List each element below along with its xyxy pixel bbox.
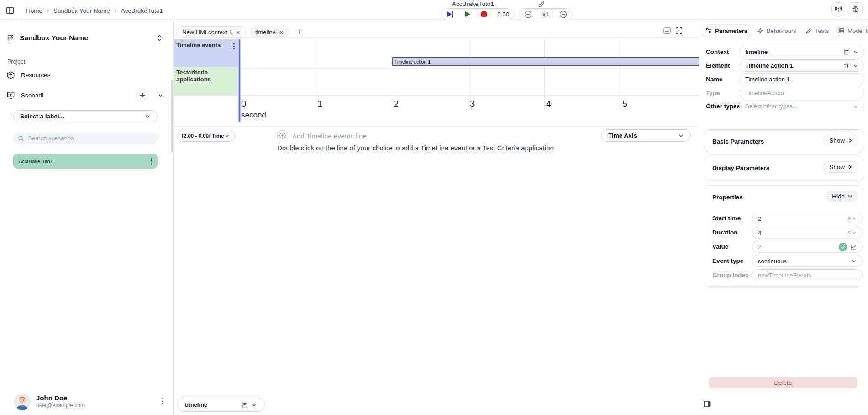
document-title: AccBrakeTuto1: [441, 0, 505, 7]
main-area: New HMI context 1 × timeline × +: [174, 21, 699, 415]
chevron-down-icon: [853, 49, 858, 55]
sidebar-item-scenarii[interactable]: Scenarii: [0, 89, 174, 101]
sidebar-toggle-icon[interactable]: [5, 5, 16, 16]
step-forward-button[interactable]: [442, 9, 459, 20]
workspace-switcher[interactable]: Sandbox Your Name: [0, 31, 174, 45]
playback-time: 0.00: [492, 9, 514, 20]
add-tab-button[interactable]: +: [294, 27, 305, 37]
property-label: Duration: [712, 229, 738, 236]
unit-selector[interactable]: s: [848, 215, 857, 222]
action-range-selector[interactable]: [2.00 - 6.00] Timeline actio...: [177, 130, 235, 142]
label-filter-select[interactable]: Select a label...: [13, 110, 158, 122]
timeline-events-row-header[interactable]: Timeline events: [174, 39, 239, 67]
name-input[interactable]: [745, 76, 858, 83]
time-axis-selector[interactable]: Time Axis: [601, 129, 691, 142]
search-input[interactable]: [28, 135, 142, 142]
tab-label: Model Instances: [847, 27, 868, 34]
avatar: [14, 393, 31, 410]
axis-tick: 3: [470, 99, 475, 109]
tab-parameters[interactable]: Parameters: [701, 24, 752, 37]
element-value: Timeline action 1: [745, 62, 793, 69]
broadcast-button[interactable]: [831, 2, 845, 16]
breadcrumb-workspace[interactable]: Sandbox Your Name: [53, 7, 110, 14]
other-types-select[interactable]: Select other types...: [739, 100, 864, 112]
sidebar-item-label: Resources: [21, 72, 51, 79]
stop-icon: [481, 11, 487, 17]
delete-button[interactable]: Delete: [709, 377, 857, 388]
duration-input[interactable]: [758, 229, 848, 236]
tab-timeline[interactable]: timeline ×: [250, 26, 289, 38]
speed-increase-button[interactable]: [554, 9, 572, 20]
tab-model-instances[interactable]: Model Instances: [834, 25, 868, 37]
focus-mode-icon[interactable]: [675, 27, 683, 35]
context-select[interactable]: timeline: [739, 46, 864, 58]
scenario-search[interactable]: [13, 133, 158, 144]
check-icon: [841, 245, 846, 250]
value-confirm-button[interactable]: [839, 243, 847, 251]
scenario-list-item[interactable]: AccBrakeTuto1: [13, 154, 158, 169]
debug-bug-button[interactable]: [849, 2, 863, 16]
testcriteria-row-header[interactable]: Testcriteria applications: [174, 67, 239, 95]
stop-button[interactable]: [476, 9, 492, 20]
element-select[interactable]: Timeline action 1: [739, 59, 864, 72]
tab-behaviours[interactable]: Behaviours: [753, 25, 800, 37]
hide-properties-button[interactable]: Hide: [826, 191, 858, 202]
context-value: timeline: [745, 48, 768, 55]
tab-new-hmi-context[interactable]: New HMI context 1 ×: [176, 26, 246, 38]
unfold-icon[interactable]: [156, 34, 163, 42]
add-scenario-button[interactable]: [136, 89, 149, 101]
speed-controls: x1: [519, 8, 573, 20]
tab-label: Tests: [815, 27, 829, 34]
timeline-context-selector[interactable]: timeline: [177, 398, 265, 412]
header-divider: [16, 0, 16, 21]
field-row-type: Type: [699, 87, 868, 100]
chevron-down-icon: [853, 104, 858, 109]
unit-selector[interactable]: s: [848, 229, 857, 236]
property-row-event-type: Event type continuous: [704, 255, 865, 267]
gridline: [468, 39, 468, 109]
value-curve-icon[interactable]: [850, 244, 857, 250]
sidebar-item-resources[interactable]: Resources: [0, 69, 174, 81]
layout-bottom-panel-icon[interactable]: [663, 27, 671, 35]
section-title: Display Parameters: [712, 165, 769, 171]
display-parameters-card: Display Parameters Show: [704, 156, 864, 181]
field-label: Element: [706, 62, 730, 69]
value-input[interactable]: [758, 244, 839, 250]
chevron-down-icon: [852, 230, 857, 235]
show-basic-parameters-button[interactable]: Show: [823, 135, 858, 146]
disconnected-icon[interactable]: [537, 0, 546, 8]
section-title: Properties: [712, 194, 743, 201]
user-account[interactable]: John Doe user@example.com: [0, 390, 174, 412]
kebab-menu-icon[interactable]: [162, 398, 163, 404]
field-label: Name: [706, 76, 723, 83]
timeline-grid[interactable]: Timeline events Testcriteria application…: [174, 39, 699, 127]
add-timeline-line-label[interactable]: Add Timeline events line: [292, 132, 367, 140]
show-display-parameters-button[interactable]: Show: [823, 161, 858, 173]
close-icon[interactable]: ×: [236, 29, 240, 36]
tab-label: Parameters: [715, 27, 747, 34]
type-field-wrap: [739, 87, 864, 99]
property-row-group-index: Group Index: [704, 269, 865, 281]
event-type-select[interactable]: continuous: [752, 255, 863, 267]
chevron-down-icon: [251, 402, 257, 408]
start-time-input[interactable]: [758, 215, 848, 222]
add-timeline-line-button[interactable]: [277, 130, 288, 141]
time-cursor[interactable]: [239, 39, 240, 122]
speed-decrease-button[interactable]: [519, 9, 537, 20]
collapse-panel-icon[interactable]: [703, 400, 711, 408]
tab-tests[interactable]: Tests: [802, 25, 832, 37]
timeline-action-bar[interactable]: Timeline action 1: [392, 57, 699, 66]
breadcrumb-home[interactable]: Home: [26, 7, 42, 14]
scenario-player-icon: [6, 91, 15, 100]
kebab-menu-icon[interactable]: [233, 43, 235, 49]
chevron-down-icon[interactable]: [158, 92, 163, 98]
sliders-icon: [705, 27, 712, 34]
app-window: Home › Sandbox Your Name › AccBrakeTuto1…: [0, 0, 868, 415]
kebab-menu-icon[interactable]: [151, 158, 152, 165]
chevron-down-icon: [851, 258, 857, 264]
context-selector-value: timeline: [185, 401, 207, 408]
user-email: user@example.com: [36, 402, 85, 409]
sidebar-scrollbar[interactable]: [171, 80, 173, 153]
play-button[interactable]: [459, 9, 476, 20]
close-icon[interactable]: ×: [279, 29, 284, 36]
